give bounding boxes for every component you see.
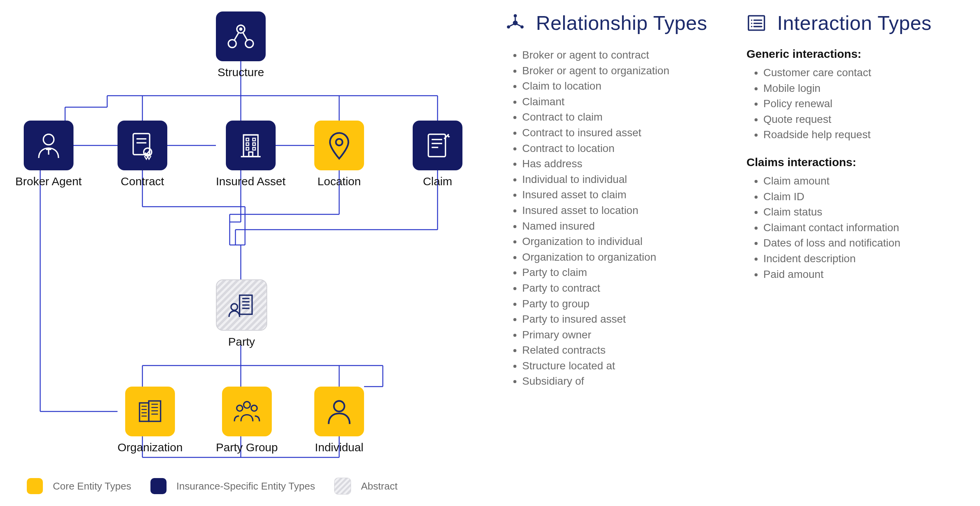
person-icon (314, 387, 364, 436)
list-item: Claim amount (763, 173, 961, 189)
list-item: Party to insured asset (522, 312, 720, 327)
list-item: Paid amount (763, 267, 961, 282)
pin-icon (314, 121, 364, 170)
node-insured-asset: Insured Asset (216, 121, 286, 188)
building-icon (226, 121, 276, 170)
node-label: Insured Asset (216, 175, 286, 188)
interaction-heading: Interaction Types (746, 11, 961, 34)
svg-point-41 (245, 40, 253, 48)
list-item: Insured asset to location (522, 203, 720, 219)
svg-rect-48 (133, 134, 150, 155)
node-label: Individual (314, 441, 364, 454)
svg-point-86 (334, 401, 345, 411)
generic-subheading: Generic interactions: (746, 47, 961, 60)
list-item: Structure located at (522, 358, 720, 374)
list-item: Organization to organization (522, 250, 720, 265)
list-item: Claimant contact information (763, 220, 961, 236)
list-item: Broker or agent to organization (522, 63, 720, 79)
legend-swatch-specific (150, 478, 167, 494)
svg-point-84 (237, 405, 242, 411)
list-item: Contract to insured asset (522, 125, 720, 141)
list-item: Named insured (522, 219, 720, 234)
relationship-list: Broker or agent to contractBroker or age… (505, 47, 720, 389)
relationship-types-section: Relationship Types Broker or agent to co… (505, 11, 720, 400)
svg-line-93 (517, 24, 521, 26)
party-icon (216, 279, 267, 331)
list-item: Claimant (522, 94, 720, 110)
svg-rect-73 (140, 403, 149, 421)
node-label: Location (314, 175, 364, 188)
node-label: Party Group (216, 441, 278, 454)
list-item: Individual to individual (522, 172, 720, 188)
legend: Core Entity Types Insurance-Specific Ent… (27, 478, 397, 495)
svg-point-40 (228, 40, 236, 48)
svg-rect-56 (253, 138, 255, 141)
list-icon (746, 13, 766, 33)
list-item: Incident description (763, 251, 961, 267)
interaction-types-section: Interaction Types Generic interactions: … (746, 11, 961, 400)
node-party-group: Party Group (216, 387, 278, 454)
list-item: Claim to location (522, 78, 720, 94)
list-item: Contract to location (522, 141, 720, 157)
list-item: Roadside help request (763, 127, 961, 143)
node-location: Location (314, 121, 364, 188)
node-claim: Claim (413, 121, 462, 188)
list-item: Claim ID (763, 189, 961, 205)
list-item: Party to contract (522, 281, 720, 296)
claim-icon (413, 121, 462, 170)
entity-diagram: Structure Broker Agent Contract (0, 0, 498, 506)
list-item: Related contracts (522, 343, 720, 358)
svg-point-88 (514, 14, 517, 17)
list-item: Mobile login (763, 81, 961, 96)
svg-line-42 (234, 33, 239, 41)
legend-swatch-abstract (334, 478, 351, 495)
svg-point-62 (336, 139, 342, 145)
svg-rect-57 (246, 143, 249, 145)
relationship-heading-text: Relationship Types (536, 11, 707, 34)
node-individual: Individual (314, 387, 364, 454)
svg-rect-58 (253, 143, 255, 145)
list-item: Claim status (763, 204, 961, 220)
svg-point-44 (240, 28, 242, 30)
node-label: Party (216, 335, 267, 348)
node-label: Structure (216, 66, 266, 79)
svg-point-72 (231, 304, 237, 310)
svg-line-92 (510, 24, 513, 26)
list-item: Insured asset to claim (522, 187, 720, 203)
contract-icon (118, 121, 167, 170)
legend-label-abstract: Abstract (361, 480, 397, 492)
list-item: Party to claim (522, 265, 720, 281)
list-item: Contract to claim (522, 109, 720, 125)
list-item: Customer care contact (763, 65, 961, 81)
list-item: Party to group (522, 296, 720, 312)
claims-interactions-list: Claim amountClaim IDClaim statusClaimant… (746, 173, 961, 282)
node-structure: Structure (216, 11, 266, 79)
relationship-heading: Relationship Types (505, 11, 720, 34)
node-contract: Contract (118, 121, 167, 188)
node-label: Claim (413, 175, 462, 188)
node-organization: Organization (118, 387, 183, 454)
svg-rect-61 (249, 152, 253, 157)
svg-rect-55 (246, 138, 249, 141)
list-item: Dates of loss and notification (763, 235, 961, 251)
node-label: Broker Agent (15, 175, 82, 188)
broker-icon (24, 121, 74, 170)
group-icon (222, 387, 272, 436)
svg-point-85 (251, 405, 257, 411)
node-label: Organization (118, 441, 183, 454)
node-label: Contract (118, 175, 167, 188)
svg-point-45 (43, 134, 54, 145)
svg-line-43 (243, 33, 247, 41)
node-party: Party (216, 279, 267, 348)
structure-icon (216, 11, 266, 61)
list-item: Policy renewal (763, 96, 961, 112)
org-icon (125, 387, 175, 436)
list-item: Subsidiary of (522, 374, 720, 389)
list-item: Primary owner (522, 327, 720, 343)
interaction-heading-text: Interaction Types (777, 11, 932, 34)
network-icon (505, 13, 525, 33)
claims-subheading: Claims interactions: (746, 156, 961, 169)
generic-interactions-list: Customer care contactMobile loginPolicy … (746, 65, 961, 143)
node-broker-agent: Broker Agent (15, 121, 82, 188)
legend-label-specific: Insurance-Specific Entity Types (176, 480, 315, 492)
